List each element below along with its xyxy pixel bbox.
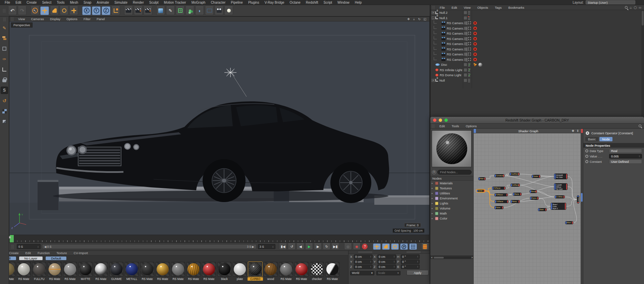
knife-tool[interactable]: ✎: [1, 24, 8, 32]
record-button[interactable]: ◉: [353, 243, 361, 250]
material-item[interactable]: RS Mate: [278, 262, 294, 281]
object-tags[interactable]: [473, 37, 477, 41]
key-rotation-toggle[interactable]: [391, 243, 399, 250]
material-thumbnail[interactable]: [63, 262, 77, 277]
visibility-dots[interactable]: [466, 42, 468, 46]
viewport-menu-item[interactable]: Options: [63, 17, 80, 21]
material-thumbnail[interactable]: [78, 262, 93, 277]
material-thumbnail[interactable]: [140, 262, 154, 277]
material-item[interactable]: CARBO: [248, 262, 263, 281]
graph-vertical-scrollbar[interactable]: [581, 133, 583, 284]
menu-item[interactable]: Help: [352, 1, 365, 4]
shader-node[interactable]: State: [538, 208, 547, 211]
animation-circle-icon[interactable]: [585, 155, 588, 158]
object-tags[interactable]: [473, 52, 477, 56]
transport-button[interactable]: ▶: [305, 243, 313, 250]
transport-button[interactable]: ▶: [314, 243, 322, 250]
y-axis-lock[interactable]: Y: [92, 6, 101, 15]
object-name[interactable]: Null.1: [439, 16, 447, 20]
menu-item[interactable]: Select: [39, 1, 54, 4]
layer-chip[interactable]: [464, 74, 467, 77]
model-mode-button[interactable]: [1, 118, 8, 125]
material-item[interactable]: RS Mate: [325, 262, 340, 281]
field-plane-button[interactable]: [205, 6, 214, 15]
key-parameter-toggle[interactable]: P: [400, 243, 408, 250]
material-thumbnail[interactable]: [233, 262, 247, 277]
property-control[interactable]: Real: [609, 149, 642, 153]
object-name[interactable]: Null.2: [439, 11, 447, 14]
node-category[interactable]: Math: [430, 211, 473, 216]
volume-button[interactable]: ◗: [195, 6, 204, 15]
timeline-range-slider[interactable]: ◀ 0 S 3 S ▶: [42, 244, 257, 249]
transport-button[interactable]: ▶▮: [331, 243, 339, 250]
node-category[interactable]: Utilities: [430, 191, 473, 196]
shader-node[interactable]: ColRamp: [511, 184, 520, 187]
object-manager-menu-item[interactable]: View: [461, 6, 474, 9]
material-thumbnail[interactable]: [325, 262, 339, 277]
material-thumbnail[interactable]: [17, 262, 31, 277]
x-axis-lock[interactable]: X: [82, 6, 91, 15]
shader-node[interactable]: [577, 195, 579, 203]
node-category[interactable]: Materials: [430, 181, 473, 186]
home-icon[interactable]: ⌂: [630, 6, 632, 9]
layout-dropdown[interactable]: Startup (User): [586, 0, 635, 4]
search-icon[interactable]: [639, 125, 641, 127]
visibility-dots[interactable]: [466, 37, 468, 41]
size-field[interactable]: 0 cm↕: [377, 259, 396, 264]
layer-chip[interactable]: [464, 11, 467, 14]
menu-item[interactable]: Snap: [81, 1, 94, 4]
properties-tab[interactable]: Node: [599, 137, 612, 141]
scale-mode-dropdown[interactable]: Scale▾: [376, 271, 400, 275]
shader-node[interactable]: Ramp: [513, 193, 522, 196]
transport-button[interactable]: ↻: [323, 243, 330, 250]
rotation-field[interactable]: 0 °↕: [401, 254, 420, 259]
object-manager-menu-item[interactable]: Edit: [448, 6, 460, 9]
visibility-dots[interactable]: [466, 47, 468, 51]
subdivision-surface-button[interactable]: [176, 6, 184, 15]
material-item[interactable]: RS Mate: [93, 262, 109, 281]
minimize-icon[interactable]: [439, 119, 442, 122]
shader-node[interactable]: Rose /Colorlayer 2: [551, 203, 566, 210]
layer-tab[interactable]: No Layer: [19, 256, 43, 261]
zoom-icon[interactable]: [444, 119, 448, 122]
menu-item[interactable]: Pipeline: [228, 1, 246, 4]
link-icon[interactable]: ◯: [634, 6, 637, 9]
viewport-menu-item[interactable]: Display: [47, 17, 63, 21]
size-field[interactable]: 0 cm↕: [377, 265, 396, 269]
rotation-field[interactable]: 0 °↕: [401, 259, 420, 264]
rotate-tool[interactable]: [60, 6, 68, 15]
material-thumbnail[interactable]: [248, 262, 262, 277]
snap-mode-button[interactable]: S: [1, 87, 8, 94]
palette-grip[interactable]: [3, 17, 6, 21]
scale-tool[interactable]: [50, 6, 59, 15]
render-view-button[interactable]: [124, 6, 133, 15]
object-name[interactable]: RS Camera: [447, 58, 464, 61]
menu-item[interactable]: Tools: [54, 1, 67, 4]
find-nodes-input[interactable]: Find Nodes...: [437, 170, 472, 175]
shader-node[interactable]: Curvature: [494, 174, 504, 177]
render-picture-viewer-button[interactable]: [134, 6, 143, 15]
menu-item[interactable]: Simulate: [112, 1, 130, 4]
live-selection-tool[interactable]: ↖: [31, 6, 39, 15]
object-manager-menu-item[interactable]: Bookmarks: [505, 6, 528, 9]
shader-node[interactable]: Ramp: [511, 200, 520, 203]
material-menu-item[interactable]: CV-Import: [70, 251, 91, 255]
shader-node[interactable]: CLEARDiffuseNL Color: [554, 183, 568, 190]
shader-node[interactable]: TriPlanar: [494, 193, 508, 196]
object-manager-menu-item[interactable]: Tags: [491, 6, 505, 9]
material-item[interactable]: RS Mate: [155, 262, 170, 281]
key-scale-toggle[interactable]: [382, 243, 390, 250]
layer-chip[interactable]: [464, 79, 467, 82]
visibility-dots[interactable]: [466, 58, 468, 61]
shader-node[interactable]: Frame: [530, 197, 539, 200]
visibility-dots[interactable]: [466, 21, 468, 25]
menu-item[interactable]: Octane: [287, 1, 303, 4]
material-item[interactable]: RS Mate: [47, 262, 62, 281]
material-item[interactable]: RS Mate: [186, 262, 201, 281]
menu-item[interactable]: Window: [335, 1, 352, 4]
object-name[interactable]: RS Dome Light: [440, 73, 461, 77]
layer-chip[interactable]: [464, 68, 467, 72]
object-tags[interactable]: [473, 27, 477, 30]
mograph-button[interactable]: [185, 6, 194, 15]
shader-node[interactable]: TriPlanar: [492, 187, 505, 190]
